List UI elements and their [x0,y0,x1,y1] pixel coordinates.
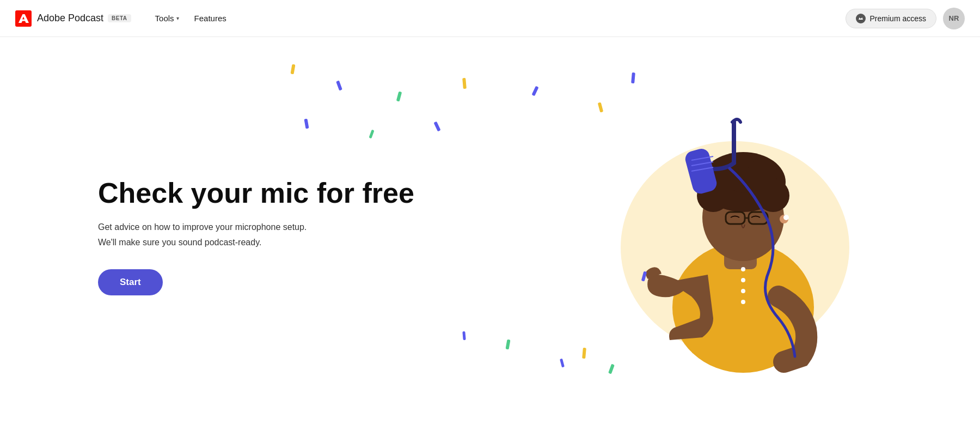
svg-point-1 [857,15,864,22]
hero-subtitle-line2: We'll make sure you sound podcast-ready. [98,238,261,247]
premium-icon [856,14,866,23]
svg-point-16 [783,215,789,220]
premium-label: Premium access [870,14,926,23]
confetti-dot [433,122,440,132]
nav-links: Tools ▾ Features [149,9,233,27]
hero-title: Check your mic for free [98,178,414,209]
illustration-area [490,37,980,436]
features-nav-link[interactable]: Features [188,9,233,27]
navbar: Adobe Podcast BETA Tools ▾ Features Prem… [0,0,980,37]
confetti-dot [462,331,465,340]
user-avatar-button[interactable]: NR [943,8,965,29]
svg-point-11 [747,159,777,189]
tools-nav-link[interactable]: Tools ▾ [149,9,186,27]
nav-right: Premium access NR [846,8,965,29]
app-name: Adobe Podcast [37,13,103,24]
chevron-down-icon: ▾ [176,15,179,21]
main-content: Check your mic for free Get advice on ho… [0,37,980,436]
beta-badge: BETA [108,14,131,22]
confetti-dot [462,78,467,89]
svg-point-17 [741,267,745,271]
hero-subtitle-line1: Get advice on how to improve your microp… [98,222,307,232]
hero-text-section: Check your mic for free Get advice on ho… [0,178,414,295]
confetti-dot [396,92,402,102]
start-button[interactable]: Start [98,269,163,295]
hero-illustration [583,78,887,395]
premium-access-button[interactable]: Premium access [846,9,936,28]
brand-text: Adobe Podcast BETA [37,13,131,24]
adobe-logo-icon [15,10,32,27]
svg-point-19 [741,289,745,293]
svg-point-20 [741,300,745,304]
confetti-dot [369,130,374,139]
confetti-dot [336,81,342,91]
features-label: Features [194,14,226,23]
svg-point-18 [741,278,745,282]
tools-label: Tools [155,14,174,23]
logo-area: Adobe Podcast BETA [15,10,131,27]
hero-subtitle: Get advice on how to improve your microp… [98,220,414,249]
confetti-dot [290,64,295,75]
confetti-dot [304,119,309,129]
